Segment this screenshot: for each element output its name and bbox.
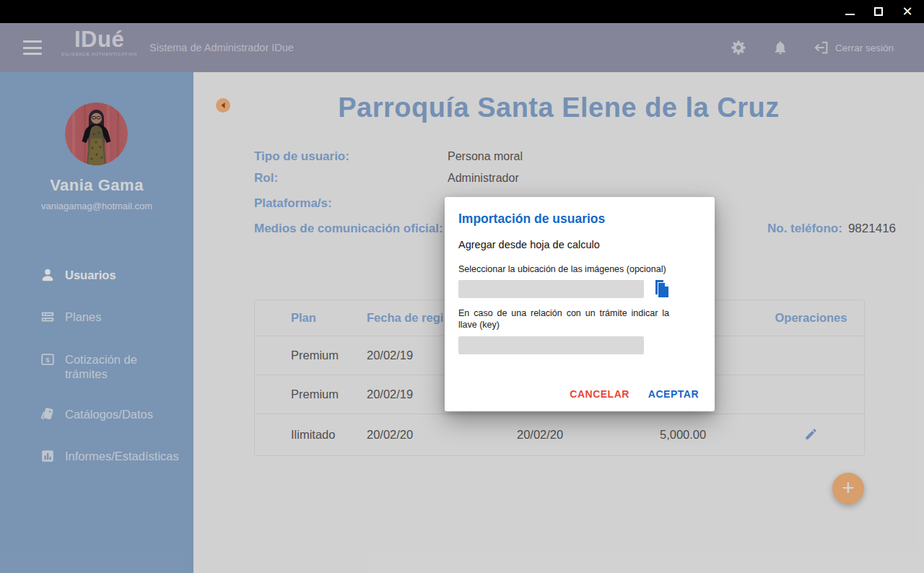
images-location-label: Seleccionar la ubicación de las imágenes… [458,264,699,274]
file-copy-icon [653,279,670,298]
window-maximize-button[interactable] [869,2,888,21]
window-close-button[interactable]: ✕ [898,2,917,21]
app-window: ✕ IDué DILIGENCE AUTHENTICATION Sistema … [0,0,924,573]
minimize-icon [845,14,855,15]
browse-file-button[interactable] [652,279,671,298]
modal-subtitle: Agregar desde hoja de calculo [458,239,699,250]
images-location-input[interactable] [458,280,644,298]
cancel-button[interactable]: CANCELAR [570,388,629,400]
window-minimize-button[interactable] [840,2,859,21]
maximize-icon [874,7,883,16]
os-titlebar: ✕ [0,0,924,23]
import-users-modal: Importación de usuarios Agregar desde ho… [445,197,715,411]
tramite-key-label: En caso de una relación con un trámite i… [458,307,669,331]
tramite-key-input[interactable] [458,336,644,354]
modal-title: Importación de usuarios [458,211,699,227]
close-icon: ✕ [902,5,912,18]
accept-button[interactable]: ACEPTAR [648,388,699,400]
